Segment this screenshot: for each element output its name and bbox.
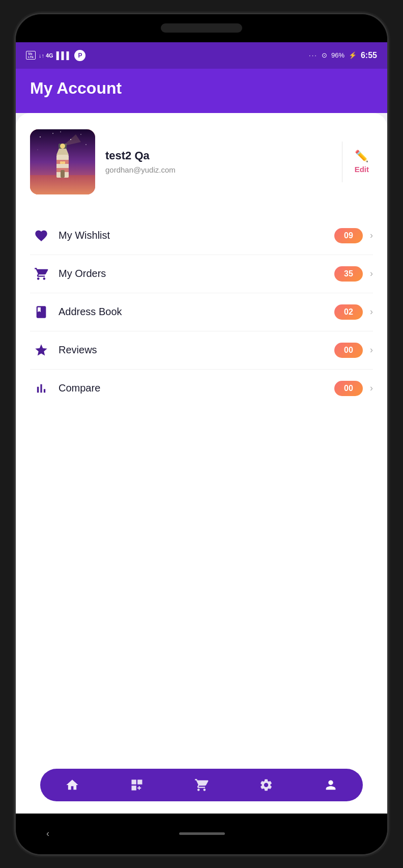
compare-icon-wrap	[30, 381, 52, 396]
svg-point-7	[37, 149, 38, 150]
menu-item-compare[interactable]: Compare 00 ›	[30, 370, 373, 407]
reviews-label: Reviews	[59, 344, 334, 356]
profile-name: test2 Qa	[105, 149, 176, 162]
notch-pill	[161, 23, 242, 33]
lte-icon: Vo LTE	[26, 51, 36, 60]
phone-frame: Vo LTE ↓↑ 4G ▌▌▌ P ··· ⊙ 96% ⚡ 6:55 My A…	[16, 14, 387, 854]
home-nav-icon	[65, 778, 79, 792]
menu-item-reviews[interactable]: Reviews 00 ›	[30, 331, 373, 370]
heart-icon	[34, 229, 48, 243]
status-bar: Vo LTE ↓↑ 4G ▌▌▌ P ··· ⊙ 96% ⚡ 6:55	[16, 42, 387, 69]
phone-screen: Vo LTE ↓↑ 4G ▌▌▌ P ··· ⊙ 96% ⚡ 6:55 My A…	[16, 42, 387, 814]
compare-chevron-icon: ›	[370, 383, 373, 394]
clock: 6:55	[361, 51, 377, 60]
nav-item-home[interactable]	[57, 776, 88, 794]
nav-item-cart[interactable]	[186, 776, 217, 794]
status-right: ··· ⊙ 96% ⚡ 6:55	[309, 51, 377, 60]
profile-email: gordhan@yudiz.com	[105, 165, 176, 174]
compare-badge: 00	[334, 381, 363, 396]
home-pill[interactable]	[179, 832, 225, 835]
edit-label: Edit	[355, 165, 369, 174]
svg-point-2	[52, 133, 53, 134]
nav-item-account[interactable]	[315, 776, 346, 794]
edit-section: ✏️ Edit	[334, 142, 373, 182]
profile-section: test2 Qa gordhan@yudiz.com ✏️ Edit	[30, 129, 373, 199]
cart-icon	[34, 267, 48, 281]
address-label: Address Book	[59, 306, 334, 318]
orders-badge: 35	[334, 266, 363, 282]
profile-info: test2 Qa gordhan@yudiz.com	[105, 149, 176, 174]
reviews-icon-wrap	[30, 343, 52, 357]
categories-nav-icon	[130, 778, 144, 792]
reviews-badge: 00	[334, 343, 363, 358]
status-left: Vo LTE ↓↑ 4G ▌▌▌ P	[26, 50, 85, 61]
menu-item-address[interactable]: Address Book 02 ›	[30, 293, 373, 331]
svg-rect-17	[60, 161, 63, 164]
wishlist-label: My Wishlist	[59, 230, 334, 241]
profile-left: test2 Qa gordhan@yudiz.com	[30, 129, 176, 194]
page-header: My Account	[16, 69, 387, 113]
orders-label: My Orders	[59, 268, 334, 279]
book-icon	[34, 305, 48, 319]
parking-icon: P	[74, 50, 85, 61]
edit-icon: ✏️	[355, 150, 368, 163]
wifi-icon: ⊙	[322, 51, 327, 59]
reviews-chevron-icon: ›	[370, 345, 373, 355]
star-icon	[34, 343, 48, 357]
dots-icon: ···	[309, 51, 318, 59]
svg-point-1	[40, 136, 41, 137]
wishlist-icon-wrap	[30, 229, 52, 243]
svg-point-4	[80, 134, 81, 135]
orders-chevron-icon: ›	[370, 268, 373, 279]
address-badge: 02	[334, 304, 363, 320]
bottom-nav	[40, 769, 363, 801]
page-title: My Account	[30, 79, 373, 98]
svg-rect-8	[30, 175, 95, 194]
main-content: test2 Qa gordhan@yudiz.com ✏️ Edit	[16, 113, 387, 814]
cart-nav-icon	[194, 778, 209, 792]
svg-point-6	[60, 131, 61, 132]
edit-button[interactable]: ✏️ Edit	[351, 146, 373, 178]
address-chevron-icon: ›	[370, 306, 373, 317]
account-nav-icon	[324, 778, 338, 792]
battery-icon: ⚡	[349, 51, 357, 59]
battery-indicator: 96%	[331, 51, 344, 59]
svg-rect-16	[61, 170, 65, 178]
phone-notch-bar	[16, 14, 387, 42]
menu-list: My Wishlist 09 › My Orders 35 ›	[30, 217, 373, 759]
white-card: test2 Qa gordhan@yudiz.com ✏️ Edit	[16, 113, 387, 814]
menu-item-wishlist[interactable]: My Wishlist 09 ›	[30, 217, 373, 255]
address-icon-wrap	[30, 305, 52, 319]
svg-rect-18	[63, 161, 65, 164]
svg-point-5	[85, 144, 87, 145]
signal-bars-icon: ▌▌▌	[56, 51, 72, 60]
signal-4g-icon: ↓↑ 4G	[39, 52, 53, 59]
avatar	[30, 129, 95, 194]
profile-divider	[342, 142, 342, 182]
back-button[interactable]: ‹	[46, 828, 49, 839]
nav-item-settings[interactable]	[251, 776, 281, 794]
orders-icon-wrap	[30, 267, 52, 281]
nav-item-categories[interactable]	[122, 776, 152, 794]
wishlist-chevron-icon: ›	[370, 230, 373, 241]
wishlist-badge: 09	[334, 228, 363, 243]
settings-nav-icon	[259, 778, 273, 792]
compare-label: Compare	[59, 382, 334, 394]
system-bottom-bar: ‹	[16, 814, 387, 854]
menu-item-orders[interactable]: My Orders 35 ›	[30, 255, 373, 293]
chart-icon	[34, 381, 48, 396]
